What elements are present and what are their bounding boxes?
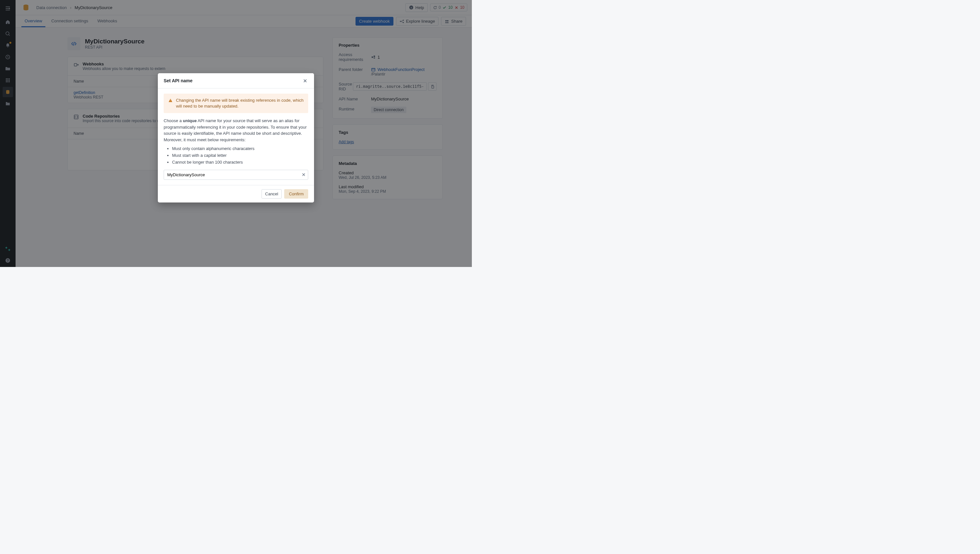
- modal-title: Set API name: [164, 78, 193, 83]
- confirm-button[interactable]: Confirm: [284, 189, 308, 199]
- set-api-name-modal: Set API name Changing the API name will …: [158, 73, 314, 202]
- modal-description: Choose a unique API name for your source…: [164, 118, 308, 143]
- warning-icon: [168, 98, 173, 109]
- clear-input-icon[interactable]: [302, 173, 306, 177]
- list-item: Cannot be longer than 100 characters: [172, 159, 308, 166]
- list-item: Must only contain alphanumeric characate…: [172, 145, 308, 152]
- close-icon[interactable]: [302, 77, 308, 84]
- cancel-button[interactable]: Cancel: [261, 189, 282, 199]
- api-name-input[interactable]: [164, 170, 308, 180]
- list-item: Must start with a capital letter: [172, 152, 308, 159]
- warning-text: Changing the API name will break existin…: [176, 97, 304, 109]
- requirements-list: Must only contain alphanumeric characate…: [164, 145, 308, 166]
- warning-callout: Changing the API name will break existin…: [164, 94, 308, 113]
